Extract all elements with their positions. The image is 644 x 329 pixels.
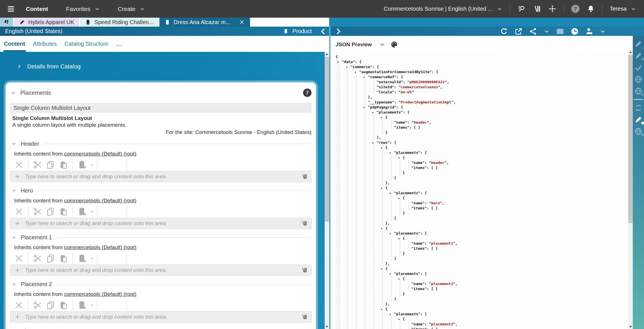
globe-check-icon[interactable]: ✔ bbox=[634, 87, 643, 95]
collapse-arrow-icon[interactable]: ▼ bbox=[363, 75, 368, 80]
clear-slot-button[interactable] bbox=[14, 160, 24, 170]
chevron-down-icon[interactable] bbox=[600, 28, 606, 34]
copy-button[interactable] bbox=[46, 160, 55, 170]
scroll-down-icon[interactable] bbox=[628, 325, 633, 329]
inherit-link[interactable]: commercetools (Default) (root) bbox=[64, 198, 136, 203]
scroll-down-icon[interactable] bbox=[325, 325, 329, 329]
clear-slot-button[interactable] bbox=[14, 254, 24, 263]
preview-mode-select[interactable]: JSON Preview bbox=[336, 41, 372, 48]
clear-slot-button[interactable] bbox=[14, 207, 24, 216]
nav-item-create[interactable]: Create bbox=[118, 6, 145, 12]
right-scrollbar[interactable] bbox=[628, 50, 633, 329]
palette-icon[interactable] bbox=[390, 41, 398, 48]
collapse-arrow-icon[interactable]: ▼ bbox=[381, 186, 385, 191]
collapse-panel-left-icon[interactable] bbox=[320, 28, 327, 35]
editor-tab-more[interactable]: ... bbox=[116, 36, 123, 52]
paste-variant-button[interactable] bbox=[77, 254, 87, 263]
scrollbar-thumb[interactable] bbox=[325, 57, 329, 222]
site-selector[interactable]: Commercetools Sunrise | English (United … bbox=[384, 6, 503, 12]
section-header[interactable]: Hero bbox=[10, 186, 311, 195]
editor-tab-catalog-structure[interactable]: Catalog Structure bbox=[64, 36, 109, 52]
globe-remove-icon[interactable]: ✕ bbox=[634, 127, 643, 136]
nav-item-favorites[interactable]: Favorites bbox=[66, 6, 100, 12]
edit-arrow-icon[interactable]: → bbox=[634, 40, 643, 48]
collapse-arrow-icon[interactable]: ▼ bbox=[372, 110, 377, 115]
page-tab-3[interactable]: Dress Ana Alcazar m... bbox=[159, 18, 250, 27]
collapse-arrow-icon[interactable]: ▼ bbox=[363, 105, 368, 110]
placements-header[interactable]: Placements ? bbox=[10, 89, 311, 97]
library-icon[interactable] bbox=[301, 220, 307, 226]
chevron-down-icon[interactable] bbox=[379, 41, 385, 48]
chevron-down-icon[interactable] bbox=[89, 256, 94, 261]
copy-button[interactable] bbox=[46, 300, 55, 310]
library-icon[interactable] bbox=[301, 173, 307, 180]
help-icon[interactable]: ? bbox=[571, 5, 579, 13]
cut-button[interactable] bbox=[33, 254, 42, 263]
menu-icon[interactable] bbox=[6, 5, 16, 13]
page-list-tab[interactable] bbox=[0, 18, 13, 27]
approve-check-icon[interactable] bbox=[634, 63, 643, 72]
edit-remove-icon[interactable]: ✕ bbox=[634, 52, 643, 60]
library-icon[interactable] bbox=[301, 267, 307, 273]
collapse-arrow-icon[interactable]: ▼ bbox=[381, 145, 385, 150]
collapse-arrow-icon[interactable]: ▼ bbox=[381, 307, 385, 312]
cut-button[interactable] bbox=[33, 300, 42, 310]
refresh-icon[interactable] bbox=[500, 27, 508, 36]
collapse-arrow-icon[interactable]: ▼ bbox=[398, 277, 403, 282]
expand-panel-right-icon[interactable] bbox=[334, 28, 342, 35]
content-dropzone[interactable]: Type here to search or drag and drop con… bbox=[10, 311, 311, 323]
chevron-down-icon[interactable] bbox=[89, 162, 94, 167]
image-preview-icon[interactable] bbox=[556, 27, 564, 36]
inherit-link[interactable]: commercetools (Default) (root) bbox=[64, 291, 136, 297]
notifications-icon[interactable] bbox=[587, 5, 595, 13]
user-menu[interactable]: Teresa bbox=[610, 6, 636, 12]
content-dropzone[interactable]: Type here to search or drag and drop con… bbox=[10, 265, 311, 276]
paste-button[interactable] bbox=[59, 160, 68, 170]
collapse-arrow-icon[interactable]: ▼ bbox=[389, 231, 394, 236]
scroll-up-icon[interactable] bbox=[325, 52, 329, 56]
collapse-arrow-icon[interactable]: ▼ bbox=[389, 150, 394, 156]
paste-variant-button[interactable] bbox=[77, 207, 87, 216]
inherit-link[interactable]: commercetools (Default) (root) bbox=[64, 151, 136, 157]
content-dropzone[interactable]: Type here to search or drag and drop con… bbox=[10, 218, 311, 229]
collapse-arrow-icon[interactable]: ▼ bbox=[398, 156, 403, 161]
collapse-arrow-icon[interactable]: ▼ bbox=[389, 272, 394, 277]
paste-button[interactable] bbox=[59, 254, 68, 263]
library-icon[interactable] bbox=[533, 5, 541, 13]
share-icon[interactable] bbox=[529, 27, 537, 36]
help-icon[interactable]: ? bbox=[303, 89, 311, 97]
nav-item-content[interactable]: Content bbox=[26, 6, 48, 12]
content-dropzone[interactable]: Type here to search or drag and drop con… bbox=[10, 171, 311, 182]
user-settings-icon[interactable] bbox=[585, 27, 593, 36]
cut-button[interactable] bbox=[33, 207, 42, 216]
collapse-arrow-icon[interactable]: ▼ bbox=[381, 267, 385, 272]
collapse-arrow-icon[interactable]: ▼ bbox=[337, 60, 342, 65]
section-header[interactable]: Header bbox=[10, 140, 311, 148]
left-scrollbar[interactable] bbox=[325, 52, 329, 329]
paste-button[interactable] bbox=[59, 207, 68, 216]
close-tab-icon[interactable] bbox=[239, 19, 245, 25]
open-in-new-icon[interactable] bbox=[514, 27, 523, 36]
collapse-arrow-icon[interactable]: ▼ bbox=[381, 226, 385, 231]
chevron-down-icon[interactable] bbox=[544, 28, 550, 34]
inherit-link[interactable]: commercetools (Default) (root) bbox=[64, 244, 136, 250]
section-header[interactable]: Placement 2 bbox=[10, 280, 311, 288]
collapse-arrow-icon[interactable]: ▼ bbox=[389, 312, 394, 317]
library-icon[interactable] bbox=[301, 314, 307, 320]
clock-icon[interactable] bbox=[570, 27, 579, 36]
page-tab-2[interactable]: Speed Riding Challen... bbox=[80, 18, 158, 27]
editor-tab-attributes[interactable]: Attributes bbox=[33, 36, 57, 52]
cut-button[interactable] bbox=[33, 160, 42, 170]
sync-icon[interactable] bbox=[634, 104, 643, 112]
collapse-arrow-icon[interactable]: ▼ bbox=[381, 115, 385, 120]
copy-button[interactable] bbox=[46, 254, 55, 263]
paste-button[interactable] bbox=[59, 300, 68, 310]
paste-variant-button[interactable] bbox=[77, 160, 87, 170]
panel-split-divider[interactable] bbox=[329, 27, 331, 329]
collapse-arrow-icon[interactable]: ▼ bbox=[398, 236, 403, 241]
advanced-search-icon[interactable] bbox=[517, 5, 526, 13]
collapse-arrow-icon[interactable]: ▼ bbox=[398, 317, 403, 322]
section-header[interactable]: Placement 1 bbox=[10, 233, 311, 242]
edit-new-icon[interactable]: ✱ bbox=[634, 115, 643, 124]
copy-button[interactable] bbox=[46, 207, 55, 216]
